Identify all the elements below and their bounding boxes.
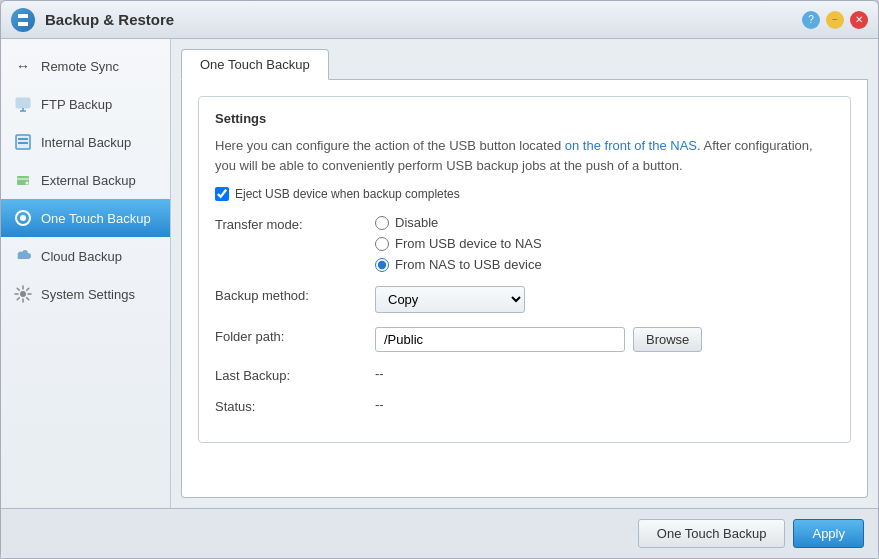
sidebar: ↔ Remote Sync FTP Backup (1, 39, 171, 508)
sidebar-item-external-backup[interactable]: External Backup (1, 161, 170, 199)
transfer-mode-radio-group: Disable From USB device to NAS From NAS … (375, 215, 834, 272)
sidebar-item-cloud-backup[interactable]: Cloud Backup (1, 237, 170, 275)
svg-point-5 (26, 182, 29, 185)
help-button[interactable]: ? (802, 11, 820, 29)
radio-nas-to-usb[interactable] (375, 258, 389, 272)
backup-method-row: Backup method: Copy Synchronize (215, 286, 834, 313)
radio-nas-to-usb-label: From NAS to USB device (395, 257, 542, 272)
status-value: -- (375, 397, 834, 412)
transfer-mode-label: Transfer mode: (215, 215, 375, 232)
sidebar-item-system-settings[interactable]: System Settings (1, 275, 170, 313)
backup-method-control: Copy Synchronize (375, 286, 834, 313)
one-touch-backup-icon (13, 208, 33, 228)
sidebar-item-one-touch-backup[interactable]: One Touch Backup (1, 199, 170, 237)
folder-path-control: Browse (375, 327, 834, 352)
last-backup-value: -- (375, 366, 834, 381)
external-backup-icon (13, 170, 33, 190)
status-label: Status: (215, 397, 375, 414)
sidebar-item-label: Cloud Backup (41, 249, 122, 264)
folder-path-label: Folder path: (215, 327, 375, 344)
titlebar: Backup & Restore ? − ✕ (1, 1, 878, 39)
content-area: One Touch Backup Settings Here you can c… (171, 39, 878, 508)
footer: One Touch Backup Apply (1, 508, 878, 558)
sidebar-item-label: One Touch Backup (41, 211, 151, 226)
sidebar-item-label: Internal Backup (41, 135, 131, 150)
window-controls: ? − ✕ (802, 11, 868, 29)
last-backup-row: Last Backup: -- (215, 366, 834, 383)
eject-checkbox-label: Eject USB device when backup completes (235, 187, 460, 201)
ftp-backup-icon (13, 94, 33, 114)
main-content: ↔ Remote Sync FTP Backup (1, 39, 878, 508)
app-title: Backup & Restore (45, 11, 792, 28)
browse-button[interactable]: Browse (633, 327, 702, 352)
folder-path-row: Folder path: Browse (215, 327, 834, 352)
radio-row-disable: Disable (375, 215, 834, 230)
settings-group: Settings Here you can configure the acti… (198, 96, 851, 443)
sidebar-item-internal-backup[interactable]: Internal Backup (1, 123, 170, 161)
tab-bar: One Touch Backup (181, 49, 868, 80)
eject-checkbox-row[interactable]: Eject USB device when backup completes (215, 187, 834, 201)
sidebar-item-label: External Backup (41, 173, 136, 188)
radio-disable[interactable] (375, 216, 389, 230)
backup-method-select[interactable]: Copy Synchronize (375, 286, 525, 313)
last-backup-text: -- (375, 364, 384, 381)
sidebar-item-remote-sync[interactable]: ↔ Remote Sync (1, 47, 170, 85)
folder-path-input[interactable] (375, 327, 625, 352)
main-window: Backup & Restore ? − ✕ ↔ Remote Sync FTP (0, 0, 879, 559)
radio-usb-to-nas[interactable] (375, 237, 389, 251)
apply-button[interactable]: Apply (793, 519, 864, 548)
sidebar-item-label: System Settings (41, 287, 135, 302)
transfer-mode-row: Transfer mode: Disable From USB device t… (215, 215, 834, 272)
svg-rect-2 (18, 138, 28, 140)
remote-sync-icon: ↔ (13, 56, 33, 76)
last-backup-label: Last Backup: (215, 366, 375, 383)
svg-rect-3 (18, 142, 28, 144)
description-line2: you will be able to conveniently perform… (215, 158, 683, 173)
cloud-backup-icon (13, 246, 33, 266)
radio-row-nas-to-usb: From NAS to USB device (375, 257, 834, 272)
svg-point-8 (20, 291, 26, 297)
minimize-button[interactable]: − (826, 11, 844, 29)
app-icon (11, 8, 35, 32)
radio-disable-label: Disable (395, 215, 438, 230)
status-row: Status: -- (215, 397, 834, 414)
svg-rect-0 (16, 98, 30, 108)
radio-row-usb-to-nas: From USB device to NAS (375, 236, 834, 251)
internal-backup-icon (13, 132, 33, 152)
system-settings-icon (13, 284, 33, 304)
tab-one-touch-backup[interactable]: One Touch Backup (181, 49, 329, 80)
sidebar-item-label: Remote Sync (41, 59, 119, 74)
transfer-mode-control: Disable From USB device to NAS From NAS … (375, 215, 834, 272)
backup-method-label: Backup method: (215, 286, 375, 303)
settings-group-title: Settings (215, 111, 834, 126)
sidebar-item-ftp-backup[interactable]: FTP Backup (1, 85, 170, 123)
status-text: -- (375, 395, 384, 412)
sidebar-item-label: FTP Backup (41, 97, 112, 112)
settings-panel: Settings Here you can configure the acti… (181, 80, 868, 498)
description-line1: Here you can configure the action of the… (215, 138, 813, 153)
one-touch-backup-button[interactable]: One Touch Backup (638, 519, 786, 548)
radio-usb-to-nas-label: From USB device to NAS (395, 236, 542, 251)
close-button[interactable]: ✕ (850, 11, 868, 29)
description: Here you can configure the action of the… (215, 136, 834, 175)
eject-checkbox[interactable] (215, 187, 229, 201)
svg-point-7 (20, 215, 26, 221)
